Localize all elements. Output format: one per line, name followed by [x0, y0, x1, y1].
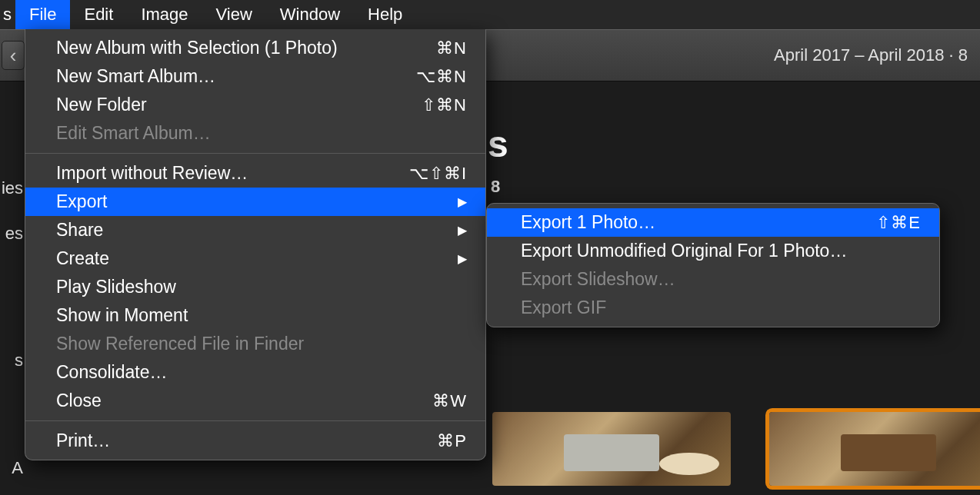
thumbnail-row: IMG_2630.JPG IMG_2634. — [492, 412, 980, 495]
submenu-item-export-gif: Export GIF — [487, 294, 939, 322]
thumbnail-cell[interactable]: IMG_2634. — [769, 412, 980, 495]
menu-window[interactable]: Window — [266, 0, 354, 29]
menu-shortcut: ⌘P — [437, 431, 467, 451]
chevron-left-icon: ‹ — [10, 44, 17, 68]
menu-label: Show Referenced File in Finder — [56, 334, 304, 354]
menu-item-new-smart-album[interactable]: New Smart Album… ⌥⌘N — [25, 62, 485, 91]
menu-help[interactable]: Help — [354, 0, 416, 29]
file-menu-dropdown: New Album with Selection (1 Photo) ⌘N Ne… — [25, 29, 486, 460]
menu-item-new-folder[interactable]: New Folder ⇧⌘N — [25, 91, 485, 119]
menu-label: Print… — [56, 430, 110, 451]
menu-label: Edit Smart Album… — [56, 123, 211, 144]
menu-label: Create — [56, 248, 109, 269]
menu-item-create[interactable]: Create ▶ — [25, 244, 485, 273]
menu-file[interactable]: File — [15, 0, 70, 29]
thumbnail-image[interactable] — [492, 412, 731, 486]
menu-image[interactable]: Image — [127, 0, 202, 29]
menu-item-consolidate[interactable]: Consolidate… — [25, 358, 485, 387]
menu-separator — [25, 420, 485, 421]
menu-label: Export — [56, 191, 107, 212]
sidebar: ies es s A — [0, 81, 25, 495]
menu-item-edit-smart-album: Edit Smart Album… — [25, 119, 485, 148]
menu-label: New Album with Selection (1 Photo) — [56, 38, 338, 58]
menu-item-play-slideshow[interactable]: Play Slideshow — [25, 273, 485, 301]
thumbnail-image-selected[interactable] — [769, 412, 980, 486]
menu-separator — [25, 153, 485, 154]
submenu-item-export-slideshow: Export Slideshow… — [487, 265, 939, 294]
submenu-item-export-photo[interactable]: Export 1 Photo… ⇧⌘E — [487, 208, 939, 237]
menu-shortcut: ⇧⌘N — [422, 95, 467, 115]
date-range-label: April 2017 – April 2018 · 8 — [774, 45, 968, 65]
thumbnail-decoration — [659, 453, 719, 475]
submenu-arrow-icon: ▶ — [458, 251, 467, 266]
menu-label: Close — [56, 390, 102, 411]
menubar-left-stub: s — [0, 0, 15, 29]
sidebar-item[interactable]: s — [15, 350, 23, 370]
menu-label: Play Slideshow — [56, 277, 176, 297]
menu-item-print[interactable]: Print… ⌘P — [25, 427, 485, 455]
back-button[interactable]: ‹ — [2, 41, 25, 70]
menu-label: Show in Moment — [56, 305, 188, 326]
menu-label: Export 1 Photo… — [521, 212, 655, 233]
submenu-arrow-icon: ▶ — [458, 194, 467, 209]
sidebar-item[interactable]: ies — [2, 178, 23, 198]
menu-shortcut: ⌘N — [436, 38, 467, 58]
thumbnail-decoration — [564, 434, 659, 471]
thumbnail-cell[interactable]: IMG_2630.JPG — [492, 412, 731, 495]
menu-shortcut: ⌥⇧⌘I — [409, 164, 467, 184]
menu-item-share[interactable]: Share ▶ — [25, 216, 485, 244]
menu-label: Export Slideshow… — [521, 269, 675, 290]
page-subtitle-fragment: 8 — [491, 177, 500, 197]
sidebar-item[interactable]: A — [12, 458, 23, 478]
menu-shortcut: ⇧⌘E — [876, 213, 921, 233]
menu-item-import-without-review[interactable]: Import without Review… ⌥⇧⌘I — [25, 159, 485, 188]
menu-label: Export Unmodified Original For 1 Photo… — [521, 241, 847, 261]
menu-label: New Smart Album… — [56, 66, 215, 87]
menu-shortcut: ⌘W — [432, 391, 467, 411]
menu-item-show-referenced-file: Show Referenced File in Finder — [25, 330, 485, 358]
menu-label: Consolidate… — [56, 362, 167, 383]
menu-item-export[interactable]: Export ▶ — [25, 188, 485, 216]
menu-shortcut: ⌥⌘N — [416, 67, 467, 87]
menu-item-show-in-moment[interactable]: Show in Moment — [25, 301, 485, 330]
menu-edit[interactable]: Edit — [70, 0, 127, 29]
menu-view[interactable]: View — [202, 0, 266, 29]
sidebar-item[interactable]: es — [5, 224, 23, 244]
submenu-item-export-unmodified[interactable]: Export Unmodified Original For 1 Photo… — [487, 237, 939, 265]
export-submenu: Export 1 Photo… ⇧⌘E Export Unmodified Or… — [486, 203, 940, 327]
menu-label: New Folder — [56, 95, 147, 115]
submenu-arrow-icon: ▶ — [458, 223, 467, 238]
menu-label: Import without Review… — [56, 163, 248, 184]
menu-item-new-album[interactable]: New Album with Selection (1 Photo) ⌘N — [25, 34, 485, 62]
menu-item-close[interactable]: Close ⌘W — [25, 387, 485, 415]
page-title-fragment: s — [488, 123, 508, 165]
menu-label: Share — [56, 220, 103, 241]
menubar: s File Edit Image View Window Help — [0, 0, 980, 29]
thumbnail-decoration — [841, 434, 936, 471]
menu-label: Export GIF — [521, 297, 606, 318]
